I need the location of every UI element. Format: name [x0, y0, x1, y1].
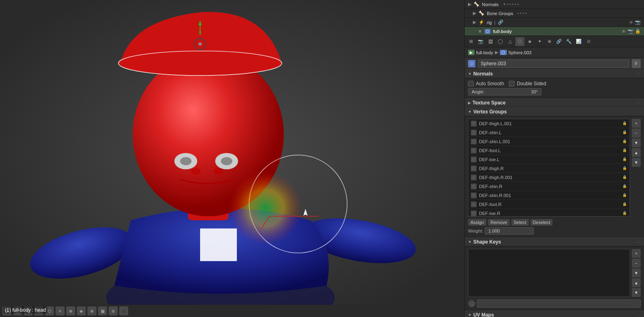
vg-dots: ···	[637, 110, 641, 114]
panel-icon-data[interactable]: 📊	[574, 37, 583, 46]
panel-icon-scene[interactable]: ⊞	[466, 37, 475, 46]
breadcrumb-scene-label: full-body	[476, 50, 493, 55]
vg-select-button[interactable]: Select	[511, 219, 529, 226]
panel-icon-physics[interactable]: ⊕	[545, 37, 554, 46]
vg-assign-button[interactable]: Assign	[468, 219, 486, 226]
vg-item-1[interactable]: ⬡ DEF-shin.L 🔒	[468, 128, 630, 137]
double-sided-checkbox[interactable]	[509, 81, 515, 86]
panel-icon-mesh[interactable]: ⬡	[515, 37, 524, 46]
svg-point-18	[221, 157, 232, 165]
view-tool-9[interactable]: ⊗	[87, 306, 96, 315]
object-name-input[interactable]	[478, 60, 629, 68]
viewport-status: (1) full-body : head	[3, 306, 47, 314]
view-tool-8[interactable]: ◈	[77, 306, 86, 315]
vg-item-7[interactable]: ⬡ DEF-shin.R 🔒	[468, 182, 630, 191]
object-type-icon: ⬡	[468, 60, 475, 67]
uv-arrow: ▼	[468, 313, 472, 317]
panel-object-name: ⬡ F	[465, 58, 644, 69]
panel-icon-modifiers[interactable]: 🔧	[564, 37, 573, 46]
panel-icon-view[interactable]: ◯	[496, 37, 505, 46]
shape-keys-header[interactable]: ▼ Shape Keys ···	[465, 237, 644, 246]
outliner-fullbody-row[interactable]: ▼ ⬡ full-body 👁 📷 🔒	[465, 27, 644, 36]
vertex-groups-list[interactable]: ⬡ DEF-thigh.L.001 🔒 ⬡ DEF-shin.L 🔒 ⬡ DEF…	[468, 119, 630, 217]
texture-space-title: Texture Space	[472, 100, 506, 106]
vg-move-up-button[interactable]: ▲	[632, 148, 641, 157]
auto-smooth-checkbox[interactable]	[468, 81, 474, 86]
panel-icon-particles[interactable]: ✦	[535, 37, 544, 46]
panel-icon-render[interactable]: 📷	[476, 37, 485, 46]
texture-space-arrow: ▶	[468, 101, 471, 105]
vg-item-8[interactable]: ⬡ DEF-shin.R.001 🔒	[468, 191, 630, 200]
svg-point-20	[214, 168, 223, 175]
status-text: (1) full-body : head	[5, 307, 46, 313]
breadcrumb-sep: ▶	[495, 50, 498, 55]
panel-icon-obj[interactable]: △	[506, 37, 515, 46]
normals-section-header[interactable]: ▼ Normals ···	[465, 69, 644, 78]
panel-breadcrumb: ▶ full-body ▶ ⬡ Sphere.003	[465, 47, 644, 58]
vertex-groups-header[interactable]: ▼ Vertex Groups ···	[465, 107, 644, 116]
svg-point-19	[191, 168, 201, 175]
panel-content[interactable]: ▼ Normals ··· Auto Smooth Double Sided A…	[465, 69, 644, 317]
viewport-scene	[0, 0, 464, 305]
vg-deselect-button[interactable]: Deselect	[530, 219, 553, 226]
vg-item-10[interactable]: ⬡ DEF-toe.R 🔒	[468, 209, 630, 217]
breadcrumb-scene-icon: ▶	[468, 50, 475, 55]
vg-item-5[interactable]: ⬡ DEF-thigh.R 🔒	[468, 164, 630, 173]
vg-item-9[interactable]: ⬡ DEF-foot.R 🔒	[468, 200, 630, 209]
vg-add-button[interactable]: +	[632, 119, 641, 128]
view-tool-10[interactable]: ▦	[98, 306, 107, 315]
vg-item-4[interactable]: ⬡ DEF-toe.L 🔒	[468, 155, 630, 164]
uv-dots: ···	[637, 313, 641, 317]
right-panel: ▶ 🦴 Normals ✦ • • • • • ▶ 🦴 Bone Groups …	[464, 0, 644, 317]
view-tool-12[interactable]: ⬛	[119, 306, 128, 315]
vg-specials-button[interactable]: ▼	[632, 138, 641, 147]
vg-item-6[interactable]: ⬡ DEF-thigh.R.001 🔒	[468, 173, 630, 182]
view-tool-7[interactable]: ⊕	[66, 306, 75, 315]
svg-point-17	[180, 157, 192, 165]
outliner-pose-row: ▶ 🦴 Normals ✦ • • • • •	[465, 0, 644, 9]
panel-icon-constraints[interactable]: 🔗	[555, 37, 564, 46]
vg-move-down-button[interactable]: ▼	[632, 158, 641, 167]
vg-item-0[interactable]: ⬡ DEF-thigh.L.001 🔒	[468, 119, 630, 128]
texture-space-header[interactable]: ▶ Texture Space ···	[465, 98, 644, 107]
sk-move-up-button[interactable]: ▲	[632, 278, 641, 287]
vg-arrow: ▼	[468, 110, 472, 114]
panel-icon-material[interactable]: ◈	[525, 37, 534, 46]
sk-body: + − ▼ ▲ ▼ ◯	[465, 246, 644, 310]
normals-arrow: ▼	[468, 72, 472, 76]
fake-user-button[interactable]: F	[632, 59, 641, 68]
view-tool-11[interactable]: ⊘	[109, 306, 118, 315]
vg-item-2[interactable]: ⬡ DEF-shin.L.001 🔒	[468, 137, 630, 146]
panel-icon-shapekeys[interactable]: ⊙	[584, 37, 593, 46]
normals-body: Auto Smooth Double Sided Angle: 30°	[465, 78, 644, 98]
vg-remove-button[interactable]: −	[632, 129, 641, 137]
panel-icon-output[interactable]: 🖼	[486, 37, 495, 46]
double-sided-label[interactable]: Double Sided	[509, 81, 546, 86]
shape-keys-list[interactable]	[468, 249, 630, 297]
uv-title: UV Maps	[473, 312, 494, 317]
angle-field[interactable]: Angle: 30°	[468, 88, 541, 95]
viewport-toolbar-bottom: ⊞ ◯ ⊙ ⊡ ⬡ ≡ ⊕ ◈ ⊗ ▦ ⊘ ⬛	[0, 305, 464, 317]
sk-input[interactable]	[477, 299, 641, 308]
outliner-bone-row: ▶ 🦴 Bone Groups • • • •	[465, 9, 644, 18]
weight-field[interactable]: 1.000	[485, 227, 534, 235]
vg-item-3[interactable]: ⬡ DEF-foot.L 🔒	[468, 146, 630, 155]
outliner-rig-row: ▶ ⚡ rig | 🔗 👁 📷	[465, 18, 644, 27]
normals-dots: ···	[637, 72, 641, 76]
sk-title: Shape Keys	[473, 239, 501, 245]
vg-buttons: + − ▼ ▲ ▼	[632, 119, 641, 217]
sk-add-button[interactable]: +	[632, 249, 641, 258]
auto-smooth-label[interactable]: Auto Smooth	[468, 81, 504, 86]
svg-point-11	[198, 42, 202, 46]
sk-remove-button[interactable]: −	[632, 259, 641, 268]
viewport[interactable]: ⊞ ◯ ⊙ ⊡ ⬡ ≡ ⊕ ◈ ⊗ ▦ ⊘ ⬛ (1) full-body : …	[0, 0, 464, 317]
sk-specials-button[interactable]: ▼	[632, 268, 641, 277]
sk-relative-icon: ◯	[468, 300, 475, 307]
vg-remove-sel-button[interactable]: Remove	[488, 219, 510, 226]
sk-buttons: + − ▼ ▲ ▼	[632, 249, 641, 297]
vg-title: Vertex Groups	[473, 109, 507, 115]
view-tool-6[interactable]: ≡	[56, 306, 65, 315]
sk-move-down-button[interactable]: ▼	[632, 288, 641, 297]
svg-rect-5	[200, 228, 237, 261]
uv-maps-header[interactable]: ▼ UV Maps ···	[465, 310, 644, 317]
